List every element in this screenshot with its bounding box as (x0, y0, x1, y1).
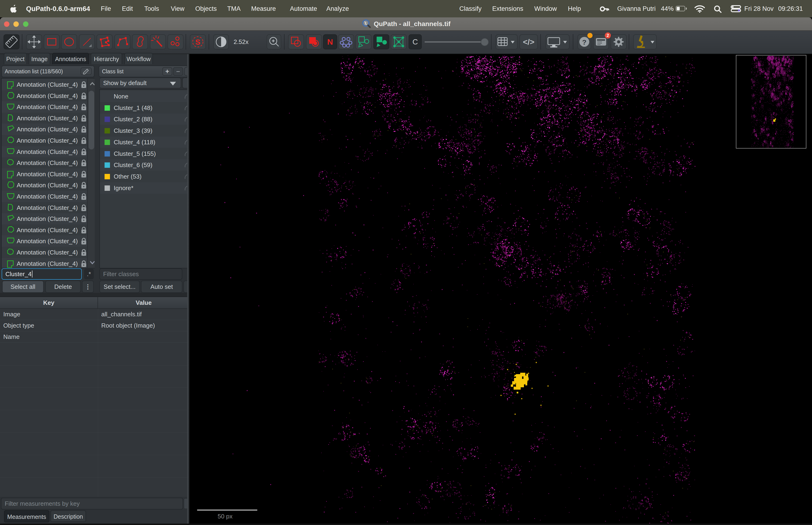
svg-text:S: S (195, 38, 200, 46)
svg-text:?: ? (582, 38, 586, 46)
svg-text:</>: </> (523, 38, 534, 46)
